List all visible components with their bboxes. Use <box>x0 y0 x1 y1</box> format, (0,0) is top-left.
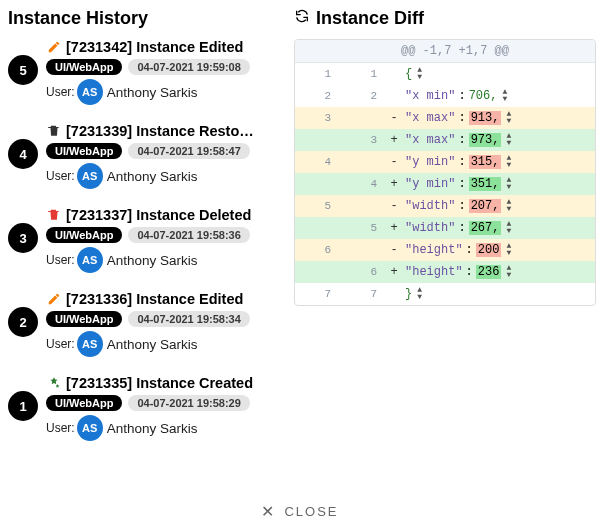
user-label: User: <box>46 337 75 351</box>
line-number-old: 1 <box>295 68 341 80</box>
history-item[interactable]: 2 [7231336] Instance Edited UI/WebApp 04… <box>8 291 282 357</box>
history-item-title: [7231342] Instance Edited <box>66 39 243 55</box>
history-item[interactable]: 5 [7231342] Instance Edited UI/WebApp 04… <box>8 39 282 105</box>
line-number-old: 5 <box>295 200 341 212</box>
line-number-new: 1 <box>341 68 387 80</box>
history-item[interactable]: 4 [7231339] Instance Resto… UI/WebApp 04… <box>8 123 282 189</box>
history-pane: Instance History 5 [7231342] Instance Ed… <box>0 0 290 480</box>
avatar: AS <box>77 415 103 441</box>
diff-code: "width": 267,▲▼ <box>401 220 595 236</box>
line-number-old: 4 <box>295 156 341 168</box>
close-icon: ✕ <box>261 502 276 521</box>
stepper-icon[interactable]: ▲▼ <box>417 287 422 301</box>
diff-code: "height": 200▲▼ <box>401 242 595 258</box>
stepper-icon[interactable]: ▲▼ <box>506 265 511 279</box>
diff-code: }▲▼ <box>401 286 595 302</box>
user-name: Anthony Sarkis <box>107 421 198 436</box>
diff-sign: + <box>387 133 401 147</box>
diff-row: 4 + "y min": 351,▲▼ <box>295 173 595 195</box>
line-number-new: 5 <box>341 222 387 234</box>
diff-sign: - <box>387 199 401 213</box>
history-item[interactable]: 3 [7231337] Instance Deleted UI/WebApp 0… <box>8 207 282 273</box>
diff-row: 2 2 "x min": 706,▲▼ <box>295 85 595 107</box>
stepper-icon[interactable]: ▲▼ <box>506 177 511 191</box>
history-item-title: [7231337] Instance Deleted <box>66 207 251 223</box>
stepper-icon[interactable]: ▲▼ <box>506 243 511 257</box>
line-number-old: 6 <box>295 244 341 256</box>
diff-title: Instance Diff <box>294 8 596 29</box>
user-label: User: <box>46 85 75 99</box>
delete-icon <box>46 208 62 222</box>
line-number-new: 6 <box>341 266 387 278</box>
diff-code: "x min": 706,▲▼ <box>401 88 595 104</box>
stepper-icon[interactable]: ▲▼ <box>506 111 511 125</box>
avatar: AS <box>77 163 103 189</box>
line-number-new: 2 <box>341 90 387 102</box>
timestamp-pill: 04-07-2021 19:58:47 <box>128 143 249 159</box>
diff-sign: - <box>387 155 401 169</box>
line-number-old: 2 <box>295 90 341 102</box>
diff-body: 1 1 {▲▼ 2 2 "x min": 706,▲▼ 3 - "x max":… <box>295 63 595 305</box>
stepper-icon[interactable]: ▲▼ <box>502 89 507 103</box>
stepper-icon[interactable]: ▲▼ <box>506 133 511 147</box>
history-item[interactable]: 1 [7231335] Instance Created UI/WebApp 0… <box>8 375 282 441</box>
stepper-icon[interactable]: ▲▼ <box>506 155 511 169</box>
source-pill: UI/WebApp <box>46 395 122 411</box>
stepper-icon[interactable]: ▲▼ <box>417 67 422 81</box>
stepper-icon[interactable]: ▲▼ <box>506 221 511 235</box>
diff-row: 6 - "height": 200▲▼ <box>295 239 595 261</box>
diff-sign: + <box>387 221 401 235</box>
close-label: CLOSE <box>284 504 338 519</box>
user-label: User: <box>46 253 75 267</box>
step-badge: 5 <box>8 55 38 85</box>
diff-sign: + <box>387 177 401 191</box>
diff-code: {▲▼ <box>401 66 595 82</box>
step-badge: 1 <box>8 391 38 421</box>
line-number-new: 4 <box>341 178 387 190</box>
restore-icon <box>46 124 62 138</box>
diff-code: "width": 207,▲▼ <box>401 198 595 214</box>
user-label: User: <box>46 421 75 435</box>
diff-title-text: Instance Diff <box>316 8 424 29</box>
user-label: User: <box>46 169 75 183</box>
user-name: Anthony Sarkis <box>107 85 198 100</box>
edit-icon <box>46 40 62 54</box>
timestamp-pill: 04-07-2021 19:59:08 <box>128 59 249 75</box>
diff-row: 4 - "y min": 315,▲▼ <box>295 151 595 173</box>
diff-sign: + <box>387 265 401 279</box>
close-button[interactable]: ✕ CLOSE <box>0 492 600 530</box>
edit-icon <box>46 292 62 306</box>
diff-row: 3 + "x max": 973,▲▼ <box>295 129 595 151</box>
line-number-new: 3 <box>341 134 387 146</box>
diff-sign: - <box>387 243 401 257</box>
diff-row: 1 1 {▲▼ <box>295 63 595 85</box>
create-icon <box>46 376 62 390</box>
source-pill: UI/WebApp <box>46 227 122 243</box>
timestamp-pill: 04-07-2021 19:58:36 <box>128 227 249 243</box>
diff-code: "x max": 913,▲▼ <box>401 110 595 126</box>
user-name: Anthony Sarkis <box>107 337 198 352</box>
avatar: AS <box>77 247 103 273</box>
avatar: AS <box>77 331 103 357</box>
history-list[interactable]: 5 [7231342] Instance Edited UI/WebApp 04… <box>8 39 284 477</box>
diff-row: 5 - "width": 207,▲▼ <box>295 195 595 217</box>
source-pill: UI/WebApp <box>46 59 122 75</box>
history-item-title: [7231339] Instance Resto… <box>66 123 254 139</box>
diff-row: 3 - "x max": 913,▲▼ <box>295 107 595 129</box>
diff-row: 6 + "height": 236▲▼ <box>295 261 595 283</box>
user-name: Anthony Sarkis <box>107 169 198 184</box>
history-item-title: [7231335] Instance Created <box>66 375 253 391</box>
history-item-title: [7231336] Instance Edited <box>66 291 243 307</box>
line-number-old: 3 <box>295 112 341 124</box>
diff-code: "y min": 315,▲▼ <box>401 154 595 170</box>
timestamp-pill: 04-07-2021 19:58:34 <box>128 311 249 327</box>
line-number-new: 7 <box>341 288 387 300</box>
stepper-icon[interactable]: ▲▼ <box>506 199 511 213</box>
diff-sign: - <box>387 111 401 125</box>
diff-code: "x max": 973,▲▼ <box>401 132 595 148</box>
diff-pane: Instance Diff @@ -1,7 +1,7 @@ 1 1 {▲▼ 2 … <box>290 0 600 480</box>
diff-code: "height": 236▲▼ <box>401 264 595 280</box>
refresh-icon[interactable] <box>294 8 310 29</box>
step-badge: 2 <box>8 307 38 337</box>
diff-row: 5 + "width": 267,▲▼ <box>295 217 595 239</box>
